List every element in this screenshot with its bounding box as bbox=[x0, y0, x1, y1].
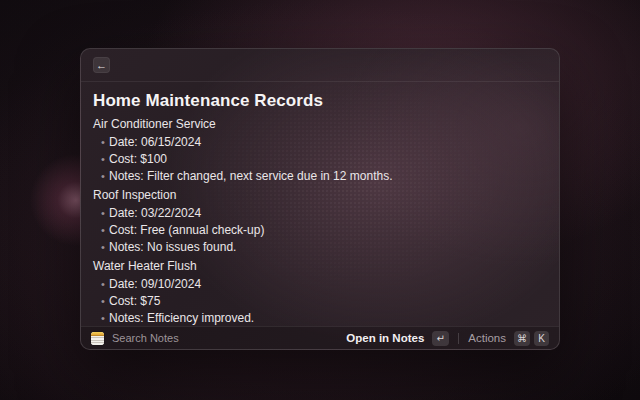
list-item-text: Notes: Filter changed, next service due … bbox=[109, 168, 392, 185]
bullet-icon: • bbox=[101, 239, 109, 256]
bullet-icon: • bbox=[101, 276, 109, 293]
command-key-icon: ⌘ bbox=[514, 331, 530, 346]
actions-label: Actions bbox=[468, 332, 506, 344]
notes-app-icon bbox=[91, 332, 104, 345]
raycast-note-window: ← Home Maintenance Records Air Condition… bbox=[80, 48, 560, 350]
section-list: •Date: 03/22/2024 •Cost: Free (annual ch… bbox=[93, 205, 547, 256]
list-item: •Date: 09/10/2024 bbox=[101, 276, 547, 293]
list-item: •Date: 06/15/2024 bbox=[101, 134, 547, 151]
k-key-icon: K bbox=[534, 331, 549, 346]
list-item-text: Cost: Free (annual check-up) bbox=[109, 222, 264, 239]
footer-divider bbox=[458, 333, 459, 344]
open-in-notes-label: Open in Notes bbox=[346, 332, 424, 344]
bullet-icon: • bbox=[101, 134, 109, 151]
footer-action-bar: Search Notes Open in Notes ↵ Actions ⌘ K bbox=[81, 326, 559, 349]
list-item-text: Date: 09/10/2024 bbox=[109, 276, 201, 293]
section-heading: Air Conditioner Service bbox=[93, 116, 547, 132]
note-body: Home Maintenance Records Air Conditioner… bbox=[93, 90, 547, 326]
notes-icon-paper-lines bbox=[91, 336, 104, 345]
list-item: •Cost: $75 bbox=[101, 293, 547, 310]
list-item-text: Notes: Efficiency improved. bbox=[109, 310, 254, 326]
list-item: •Cost: $100 bbox=[101, 151, 547, 168]
list-item: •Date: 03/22/2024 bbox=[101, 205, 547, 222]
list-item: •Notes: Efficiency improved. bbox=[101, 310, 547, 326]
command-label: Search Notes bbox=[112, 332, 179, 344]
section-list: •Date: 09/10/2024 •Cost: $75 •Notes: Eff… bbox=[93, 276, 547, 326]
list-item: •Cost: Free (annual check-up) bbox=[101, 222, 547, 239]
bullet-icon: • bbox=[101, 293, 109, 310]
actions-button[interactable]: Actions ⌘ K bbox=[468, 331, 549, 346]
bullet-icon: • bbox=[101, 205, 109, 222]
list-item-text: Cost: $100 bbox=[109, 151, 167, 168]
open-in-notes-button[interactable]: Open in Notes ↵ bbox=[346, 331, 449, 346]
list-item-text: Notes: No issues found. bbox=[109, 239, 236, 256]
section-heading: Roof Inspection bbox=[93, 187, 547, 203]
window-header: ← bbox=[81, 49, 559, 82]
back-arrow-icon: ← bbox=[96, 58, 107, 72]
list-item: •Notes: Filter changed, next service due… bbox=[101, 168, 547, 185]
bullet-icon: • bbox=[101, 151, 109, 168]
return-key-icon: ↵ bbox=[432, 331, 449, 346]
list-item-text: Date: 03/22/2024 bbox=[109, 205, 201, 222]
footer-actions: Open in Notes ↵ Actions ⌘ K bbox=[346, 331, 549, 346]
section-list: •Date: 06/15/2024 •Cost: $100 •Notes: Fi… bbox=[93, 134, 547, 185]
list-item: •Notes: No issues found. bbox=[101, 239, 547, 256]
bullet-icon: • bbox=[101, 168, 109, 185]
back-button[interactable]: ← bbox=[93, 57, 110, 73]
bullet-icon: • bbox=[101, 310, 109, 326]
note-content-area[interactable]: Home Maintenance Records Air Conditioner… bbox=[81, 82, 559, 326]
bullet-icon: • bbox=[101, 222, 109, 239]
list-item-text: Cost: $75 bbox=[109, 293, 160, 310]
note-title: Home Maintenance Records bbox=[93, 90, 547, 112]
section-heading: Water Heater Flush bbox=[93, 258, 547, 274]
list-item-text: Date: 06/15/2024 bbox=[109, 134, 201, 151]
